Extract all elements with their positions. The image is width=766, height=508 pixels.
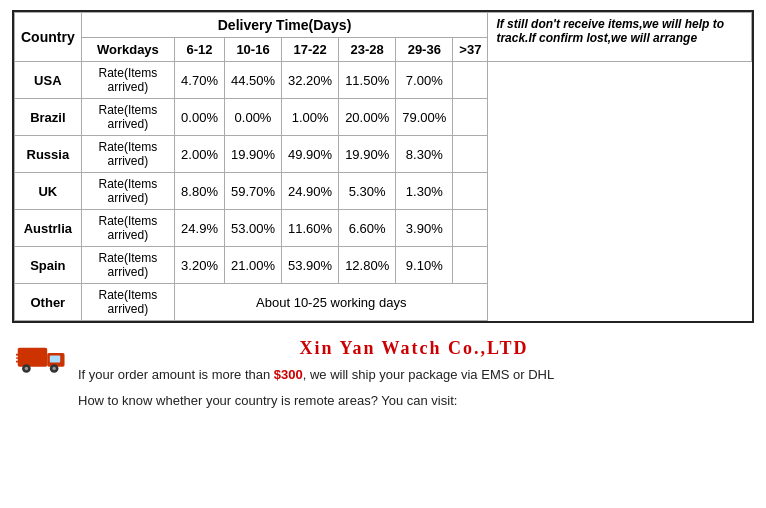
country-usa: USA bbox=[15, 62, 82, 99]
uk-23-28: 5.30% bbox=[339, 173, 396, 210]
truck-icon-wrapper bbox=[16, 340, 68, 381]
brazil-10-16: 0.00% bbox=[224, 99, 281, 136]
main-container: Country Delivery Time(Days) If still don… bbox=[0, 0, 766, 426]
company-title: Xin Yan Watch Co.,LTD bbox=[78, 338, 750, 359]
russia-17-22: 49.90% bbox=[282, 136, 339, 173]
table-row: Russia Rate(Items arrived) 2.00% 19.90% … bbox=[15, 136, 752, 173]
svg-point-6 bbox=[52, 367, 55, 370]
delivery-time-header: Delivery Time(Days) bbox=[81, 13, 488, 38]
table-wrapper: Country Delivery Time(Days) If still don… bbox=[12, 10, 754, 323]
table-row: USA Rate(Items arrived) 4.70% 44.50% 32.… bbox=[15, 62, 752, 99]
rate-russia: Rate(Items arrived) bbox=[81, 136, 174, 173]
usa-6-12: 4.70% bbox=[175, 62, 225, 99]
brazil-37plus bbox=[453, 99, 488, 136]
brazil-23-28: 20.00% bbox=[339, 99, 396, 136]
ems-paragraph: If your order amount is more than $300, … bbox=[78, 365, 750, 385]
ems-text-1: If your order amount is more than bbox=[78, 367, 274, 382]
uk-29-36: 1.30% bbox=[396, 173, 453, 210]
ems-text-2: , we will ship your package via EMS or D… bbox=[303, 367, 554, 382]
truck-icon bbox=[16, 340, 68, 378]
remote-paragraph: How to know whether your country is remo… bbox=[78, 393, 750, 408]
sub-header-workdays: Workdays bbox=[81, 38, 174, 62]
country-other: Other bbox=[15, 284, 82, 321]
rate-brazil: Rate(Items arrived) bbox=[81, 99, 174, 136]
usa-23-28: 11.50% bbox=[339, 62, 396, 99]
table-row: Other Rate(Items arrived) About 10-25 wo… bbox=[15, 284, 752, 321]
spain-10-16: 21.00% bbox=[224, 247, 281, 284]
country-russia: Russia bbox=[15, 136, 82, 173]
brazil-6-12: 0.00% bbox=[175, 99, 225, 136]
spain-29-36: 9.10% bbox=[396, 247, 453, 284]
russia-10-16: 19.90% bbox=[224, 136, 281, 173]
table-row: UK Rate(Items arrived) 8.80% 59.70% 24.9… bbox=[15, 173, 752, 210]
country-uk: UK bbox=[15, 173, 82, 210]
russia-23-28: 19.90% bbox=[339, 136, 396, 173]
rate-uk: Rate(Items arrived) bbox=[81, 173, 174, 210]
sub-header-23-28: 23-28 bbox=[339, 38, 396, 62]
brazil-29-36: 79.00% bbox=[396, 99, 453, 136]
aus-37plus bbox=[453, 210, 488, 247]
ems-amount: $300 bbox=[274, 367, 303, 382]
sub-header-37plus: >37 bbox=[453, 38, 488, 62]
rate-other: Rate(Items arrived) bbox=[81, 284, 174, 321]
uk-10-16: 59.70% bbox=[224, 173, 281, 210]
spain-37plus bbox=[453, 247, 488, 284]
aus-29-36: 3.90% bbox=[396, 210, 453, 247]
table-row: Austrlia Rate(Items arrived) 24.9% 53.00… bbox=[15, 210, 752, 247]
delivery-table: Country Delivery Time(Days) If still don… bbox=[14, 12, 752, 321]
sub-header-10-16: 10-16 bbox=[224, 38, 281, 62]
aus-6-12: 24.9% bbox=[175, 210, 225, 247]
russia-6-12: 2.00% bbox=[175, 136, 225, 173]
spain-23-28: 12.80% bbox=[339, 247, 396, 284]
sub-header-29-36: 29-36 bbox=[396, 38, 453, 62]
aus-17-22: 11.60% bbox=[282, 210, 339, 247]
table-row: Spain Rate(Items arrived) 3.20% 21.00% 5… bbox=[15, 247, 752, 284]
bottom-text-area: Xin Yan Watch Co.,LTD If your order amou… bbox=[78, 338, 750, 408]
russia-29-36: 8.30% bbox=[396, 136, 453, 173]
sub-header-17-22: 17-22 bbox=[282, 38, 339, 62]
svg-rect-0 bbox=[18, 348, 47, 367]
svg-point-4 bbox=[25, 367, 28, 370]
brazil-17-22: 1.00% bbox=[282, 99, 339, 136]
rate-usa: Rate(Items arrived) bbox=[81, 62, 174, 99]
note-cell: If still don't receive items,we will hel… bbox=[488, 13, 752, 62]
uk-6-12: 8.80% bbox=[175, 173, 225, 210]
bottom-section: Xin Yan Watch Co.,LTD If your order amou… bbox=[12, 326, 754, 416]
other-span-text: About 10-25 working days bbox=[175, 284, 488, 321]
usa-10-16: 44.50% bbox=[224, 62, 281, 99]
sub-header-6-12: 6-12 bbox=[175, 38, 225, 62]
usa-37plus bbox=[453, 62, 488, 99]
table-row: Brazil Rate(Items arrived) 0.00% 0.00% 1… bbox=[15, 99, 752, 136]
country-spain: Spain bbox=[15, 247, 82, 284]
usa-29-36: 7.00% bbox=[396, 62, 453, 99]
svg-rect-2 bbox=[50, 356, 60, 363]
usa-17-22: 32.20% bbox=[282, 62, 339, 99]
country-header: Country bbox=[15, 13, 82, 62]
country-australia: Austrlia bbox=[15, 210, 82, 247]
uk-37plus bbox=[453, 173, 488, 210]
aus-10-16: 53.00% bbox=[224, 210, 281, 247]
spain-17-22: 53.90% bbox=[282, 247, 339, 284]
aus-23-28: 6.60% bbox=[339, 210, 396, 247]
uk-17-22: 24.90% bbox=[282, 173, 339, 210]
country-brazil: Brazil bbox=[15, 99, 82, 136]
spain-6-12: 3.20% bbox=[175, 247, 225, 284]
rate-spain: Rate(Items arrived) bbox=[81, 247, 174, 284]
rate-australia: Rate(Items arrived) bbox=[81, 210, 174, 247]
russia-37plus bbox=[453, 136, 488, 173]
